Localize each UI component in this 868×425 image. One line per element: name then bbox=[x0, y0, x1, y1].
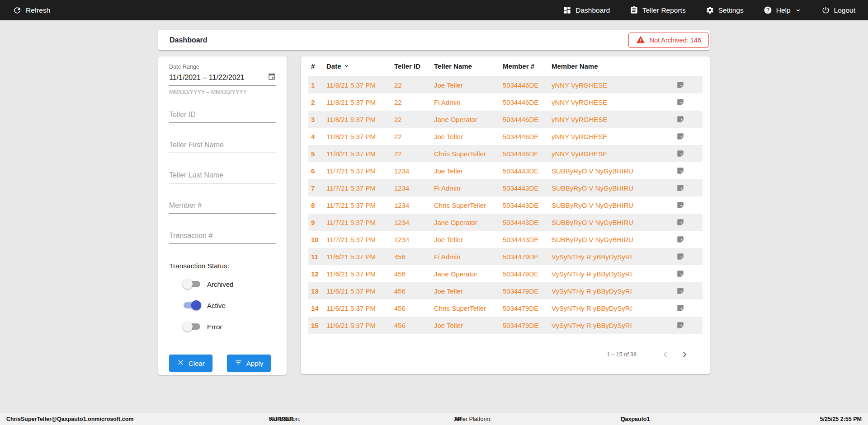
nav-logout[interactable]: Logout bbox=[821, 6, 855, 14]
cell-date: 11/7/21 5:37 PM bbox=[326, 236, 394, 243]
cell-member-num: 5034479DE bbox=[503, 253, 552, 261]
table-row[interactable]: 611/7/21 5:37 PM1234Joe Teller5034443DES… bbox=[308, 162, 703, 179]
table-row[interactable]: 211/8/21 5:37 PM22Fi Admin5034446DEyNNY … bbox=[308, 93, 703, 111]
note-icon[interactable] bbox=[671, 270, 703, 278]
next-page-button[interactable] bbox=[677, 347, 692, 362]
table-row[interactable]: 911/7/21 5:37 PM1234Jane Operator5034443… bbox=[308, 214, 703, 231]
table-row[interactable]: 1011/7/21 5:37 PM1234Joe Teller5034443DE… bbox=[308, 231, 703, 248]
teller-first-name-input[interactable] bbox=[169, 138, 276, 153]
column-header-member-name[interactable]: Member Name bbox=[552, 62, 671, 70]
nav-settings[interactable]: Settings bbox=[706, 6, 744, 14]
table-row[interactable]: 1211/6/21 5:37 PM456Jane Operator5034479… bbox=[308, 265, 703, 282]
column-header-teller-name[interactable]: Teller Name bbox=[434, 62, 503, 70]
date-range-field[interactable] bbox=[169, 71, 276, 86]
sort-desc-icon bbox=[343, 62, 350, 70]
cell-date: 11/8/21 5:37 PM bbox=[326, 150, 394, 158]
table-row[interactable]: 511/8/21 5:37 PM22Chris SuperTeller50344… bbox=[308, 145, 703, 162]
apply-button[interactable]: Apply bbox=[227, 355, 271, 372]
cell-member-num: 5034446DE bbox=[503, 116, 552, 123]
cell-date: 11/6/21 5:37 PM bbox=[326, 322, 394, 329]
not-archived-badge[interactable]: Not Archived: 146 bbox=[628, 33, 709, 48]
dashboard-icon bbox=[563, 6, 571, 14]
cell-num: 3 bbox=[308, 116, 326, 123]
cell-teller-id: 22 bbox=[394, 150, 434, 158]
note-icon[interactable] bbox=[671, 81, 703, 89]
note-icon[interactable] bbox=[671, 149, 703, 158]
warning-icon bbox=[636, 35, 645, 46]
cell-teller-name: Chris SuperTeller bbox=[434, 201, 503, 209]
note-icon[interactable] bbox=[671, 115, 703, 123]
cell-date: 11/8/21 5:37 PM bbox=[326, 98, 394, 106]
date-range-input[interactable] bbox=[169, 74, 268, 82]
column-header-date[interactable]: Date bbox=[326, 62, 394, 70]
note-icon[interactable] bbox=[671, 167, 703, 175]
page-header: Dashboard Not Archived: 146 bbox=[158, 30, 710, 50]
table-row[interactable]: 311/8/21 5:37 PM22Jane Operator5034446DE… bbox=[308, 111, 703, 128]
note-icon[interactable] bbox=[671, 218, 703, 226]
note-icon[interactable] bbox=[671, 132, 703, 140]
nav-dashboard[interactable]: Dashboard bbox=[563, 6, 610, 14]
table-row[interactable]: 1311/6/21 5:37 PM456Joe Teller5034479DEV… bbox=[308, 282, 703, 299]
table-row[interactable]: 1511/6/21 5:37 PM456Joe Teller5034479DEV… bbox=[308, 317, 703, 334]
archived-toggle[interactable] bbox=[183, 279, 201, 289]
cell-member-name: VySyNTHy R yBByDySyRI bbox=[552, 322, 671, 329]
nav-help[interactable]: Help bbox=[764, 6, 802, 14]
cell-member-num: 5034479DE bbox=[503, 270, 552, 278]
cell-teller-id: 22 bbox=[394, 98, 434, 106]
cell-teller-name: Joe Teller bbox=[434, 322, 503, 329]
toggle-row-error: Error bbox=[183, 319, 276, 334]
fi-info: FI: Qaxpauto1 bbox=[621, 413, 650, 425]
table-row[interactable]: 411/8/21 5:37 PM22Joe Teller5034446DEyNN… bbox=[308, 128, 703, 145]
note-icon[interactable] bbox=[671, 201, 703, 209]
power-icon bbox=[821, 6, 830, 14]
error-toggle[interactable] bbox=[183, 322, 201, 332]
table-row[interactable]: 811/7/21 5:37 PM1234Chris SuperTeller503… bbox=[308, 196, 703, 214]
apply-button-label: Apply bbox=[246, 360, 264, 367]
teller-last-name-input[interactable] bbox=[169, 168, 276, 183]
clear-button[interactable]: Clear bbox=[169, 355, 212, 372]
teller-platform-info: Teller Platform: XP bbox=[454, 413, 462, 425]
note-icon[interactable] bbox=[671, 235, 703, 243]
cell-num: 9 bbox=[308, 219, 326, 226]
table-row[interactable]: 1411/6/21 5:37 PM456Chris SuperTeller503… bbox=[308, 299, 703, 317]
calendar-icon[interactable] bbox=[268, 73, 276, 83]
cell-num: 13 bbox=[308, 287, 326, 295]
transaction-status-label: Transaction Status: bbox=[169, 262, 276, 270]
cell-teller-name: Joe Teller bbox=[434, 81, 503, 89]
cell-teller-id: 456 bbox=[394, 270, 434, 278]
cell-teller-name: Fi Admin bbox=[434, 253, 503, 261]
cell-date: 11/7/21 5:37 PM bbox=[326, 184, 394, 192]
cell-num: 1 bbox=[308, 81, 326, 89]
cell-teller-id: 1234 bbox=[394, 219, 434, 226]
filter-panel: Date Range MM/DD/YYYY – MM/DD/YYYY Trans… bbox=[158, 56, 287, 375]
cell-member-name: yNNY VyRGHESE bbox=[552, 150, 671, 158]
note-icon[interactable] bbox=[671, 287, 703, 295]
note-icon[interactable] bbox=[671, 184, 703, 192]
note-icon[interactable] bbox=[671, 98, 703, 106]
chevron-down-icon bbox=[795, 7, 802, 14]
cell-date: 11/8/21 5:37 PM bbox=[326, 81, 394, 89]
table-body: 111/8/21 5:37 PM22Joe Teller5034446DEyNN… bbox=[308, 76, 703, 334]
column-header-member-num[interactable]: Member # bbox=[503, 62, 552, 70]
cell-member-num: 5034446DE bbox=[503, 150, 552, 158]
cell-teller-name: Joe Teller bbox=[434, 167, 503, 175]
note-icon[interactable] bbox=[671, 252, 703, 261]
transaction-number-input[interactable] bbox=[169, 229, 276, 244]
cell-member-num: 5034479DE bbox=[503, 304, 552, 312]
cell-date: 11/6/21 5:37 PM bbox=[326, 304, 394, 312]
cell-num: 14 bbox=[308, 304, 326, 312]
cell-member-num: 5034446DE bbox=[503, 98, 552, 106]
note-icon[interactable] bbox=[671, 321, 703, 329]
column-header-teller-id[interactable]: Teller ID bbox=[394, 62, 434, 70]
table-row[interactable]: 711/7/21 5:37 PM1234Fi Admin5034443DESUB… bbox=[308, 179, 703, 196]
table-row[interactable]: 111/8/21 5:37 PM22Joe Teller5034446DEyNN… bbox=[308, 76, 703, 93]
active-toggle[interactable] bbox=[183, 300, 201, 310]
table-row[interactable]: 1111/6/21 5:37 PM456Fi Admin5034479DEVyS… bbox=[308, 248, 703, 265]
prev-page-button[interactable] bbox=[658, 347, 673, 362]
note-icon[interactable] bbox=[671, 304, 703, 312]
refresh-button[interactable]: Refresh bbox=[13, 6, 50, 15]
cell-member-name: VySyNTHy R yBByDySyRI bbox=[552, 287, 671, 295]
teller-id-input[interactable] bbox=[169, 108, 276, 123]
nav-teller-reports[interactable]: Teller Reports bbox=[630, 6, 686, 14]
member-number-input[interactable] bbox=[169, 199, 276, 214]
